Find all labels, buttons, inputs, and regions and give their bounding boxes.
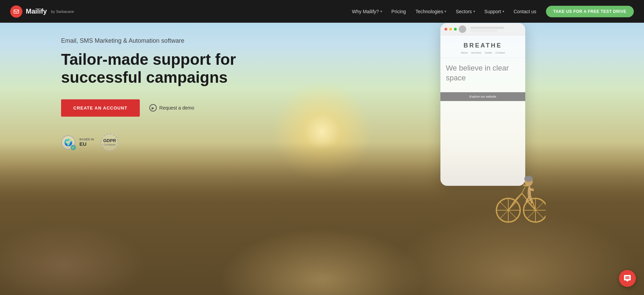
email-nav-news: News	[461, 51, 468, 54]
svg-line-13	[515, 193, 522, 200]
email-nav-services: Services	[471, 51, 481, 54]
eu-based-label: BASED IN	[79, 138, 94, 141]
svg-line-17	[522, 186, 525, 193]
hero-content: Email, SMS Marketing & Automation softwa…	[61, 37, 299, 151]
globe-icon: 🌍 ✓	[61, 135, 75, 150]
phone-top-bar	[440, 23, 525, 35]
nav-support[interactable]: Support ▾	[485, 9, 504, 14]
from-line	[470, 27, 504, 29]
hero-badges: 🌍 ✓ BASED IN EU GDPR Compliant	[61, 134, 299, 151]
phone-body: BREATHE News Services Guide Contact We b…	[440, 35, 525, 101]
logo-icon[interactable]	[10, 5, 22, 18]
svg-rect-0	[14, 10, 19, 13]
bike-rider-illustration	[491, 159, 546, 227]
email-brand: BREATHE	[446, 42, 520, 49]
minimize-dot	[449, 28, 452, 31]
gdpr-badge: GDPR Compliant	[101, 134, 118, 151]
nav-sectors[interactable]: Sectors ▾	[456, 9, 475, 14]
nav-menu: Why Mailify? ▾ Pricing Technologies ▾ Se…	[352, 6, 634, 17]
nav-technologies[interactable]: Technologies ▾	[415, 9, 446, 14]
demo-circle-icon: ▶	[149, 104, 157, 112]
svg-line-14	[508, 200, 515, 210]
hero-title: Tailor-made support for successful campa…	[61, 51, 299, 86]
eu-badge: 🌍 ✓ BASED IN EU	[61, 135, 94, 150]
chevron-down-icon: ▾	[503, 9, 504, 13]
email-nav-guide: Guide	[485, 51, 492, 54]
expand-dot	[454, 28, 457, 31]
chevron-down-icon: ▾	[473, 9, 475, 13]
gdpr-compliant-label: Compliant	[103, 143, 116, 146]
svg-point-23	[524, 176, 533, 182]
chat-bubble-button[interactable]	[619, 270, 636, 287]
nav-contact[interactable]: Contact us	[514, 9, 536, 14]
logo-sub: by Sarbacane	[51, 9, 74, 14]
free-test-drive-button[interactable]: TAKE US FOR A FREE TEST DRIVE	[546, 6, 634, 17]
gdpr-label: GDPR	[103, 138, 116, 143]
hero-section: Email, SMS Marketing & Automation softwa…	[0, 0, 644, 295]
email-header: BREATHE News Services Guide Contact	[440, 35, 525, 58]
email-big-text: We believe in clear space	[446, 63, 520, 83]
explore-button[interactable]: Explore our website	[440, 92, 525, 101]
nav-why-mailify[interactable]: Why Mailify? ▾	[352, 9, 382, 14]
eu-label: EU	[79, 141, 94, 147]
request-demo-link[interactable]: ▶ Request a demo	[149, 104, 194, 112]
check-icon: ✓	[71, 145, 76, 150]
chevron-down-icon: ▾	[444, 9, 446, 13]
email-nav-contact: Contact	[495, 51, 505, 54]
chevron-down-icon: ▾	[380, 9, 382, 13]
email-content: We believe in clear space	[440, 58, 525, 92]
subject-line	[470, 30, 497, 32]
logo-area: Mailify by Sarbacane	[10, 5, 74, 18]
hero-terrain	[0, 142, 644, 295]
navbar: Mailify by Sarbacane Why Mailify? ▾ Pric…	[0, 0, 644, 23]
avatar	[459, 25, 466, 33]
hero-actions: CREATE AN ACCOUNT ▶ Request a demo	[61, 99, 299, 117]
create-account-button[interactable]: CREATE AN ACCOUNT	[61, 99, 140, 117]
nav-pricing[interactable]: Pricing	[392, 9, 406, 14]
hero-subtitle: Email, SMS Marketing & Automation softwa…	[61, 37, 299, 44]
demo-label: Request a demo	[159, 105, 194, 111]
close-dot	[444, 28, 447, 31]
email-nav: News Services Guide Contact	[446, 51, 520, 54]
logo-name: Mailify	[26, 7, 47, 15]
